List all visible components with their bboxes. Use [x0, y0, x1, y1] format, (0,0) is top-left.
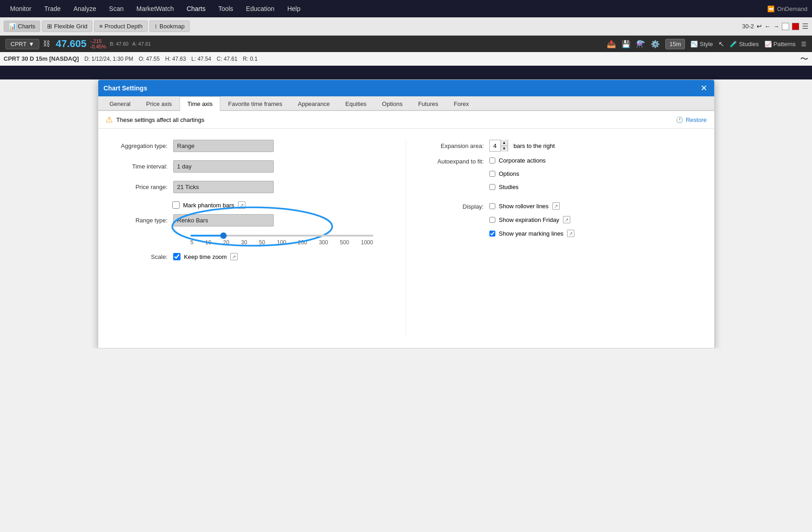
year-marking-label: Show year marking lines — [499, 230, 564, 237]
year-marking-info-icon[interactable]: ↗ — [567, 230, 574, 237]
range-type-row: Range type: Renko Bars — [113, 214, 387, 226]
nav-education[interactable]: Education — [240, 2, 280, 15]
depth-icon: ≡ — [99, 23, 103, 30]
flask-icon[interactable]: ⚗️ — [636, 40, 645, 48]
tab-options[interactable]: Options — [374, 96, 410, 111]
corporate-actions-checkbox[interactable] — [489, 158, 495, 163]
timeframe-selector[interactable]: 15m — [665, 39, 685, 49]
save-icon[interactable]: 💾 — [621, 40, 631, 48]
year-marking-checkbox[interactable] — [489, 231, 495, 237]
style-button[interactable]: 📉 Style — [690, 41, 713, 47]
aggregation-type-select[interactable]: Range — [173, 140, 274, 152]
color-box-white — [782, 23, 789, 30]
flexible-grid-button[interactable]: ⊞ Flexible Grid — [42, 21, 92, 32]
nav-marketwatch[interactable]: MarketWatch — [131, 2, 179, 15]
expansion-area-label: Expansion area: — [425, 142, 484, 149]
warning-icon: ⚠ — [106, 115, 113, 125]
studies-row: Studies — [489, 184, 546, 190]
chart-settings-modal: Chart Settings ✕ General Price axis Time… — [98, 79, 715, 348]
slider-thumb[interactable] — [220, 232, 227, 239]
chain-icon: ⛓ — [43, 40, 50, 48]
modal-content: Aggregation type: Range Time interval: 1… — [98, 129, 714, 348]
cursor-icon[interactable]: ↖ — [718, 40, 724, 48]
expansion-area-row: Expansion area: 4 ▲ ▼ bars to the right — [425, 140, 700, 152]
nav-trade[interactable]: Trade — [39, 2, 66, 15]
symbol-selector[interactable]: CPRT ▼ — [5, 39, 39, 49]
top-navigation: Monitor Trade Analyze Scan MarketWatch C… — [0, 0, 812, 17]
scale-row: Scale: Keep time zoom ↗ — [113, 253, 387, 260]
tab-equities[interactable]: Equities — [338, 96, 374, 111]
time-interval-label: Time interval: — [113, 163, 168, 170]
nav-monitor[interactable]: Monitor — [5, 2, 37, 15]
slider-track — [191, 235, 373, 237]
corporate-actions-row: Corporate actions — [489, 157, 546, 164]
nav-help[interactable]: Help — [282, 2, 306, 15]
mark-phantom-label: Mark phantom bars — [183, 202, 234, 209]
product-depth-button[interactable]: ≡ Product Depth — [94, 21, 148, 32]
nav-charts[interactable]: Charts — [181, 2, 211, 15]
tab-futures[interactable]: Futures — [410, 96, 446, 111]
tab-general[interactable]: General — [102, 96, 138, 111]
range-type-label: Range type: — [113, 217, 168, 224]
draw-tool-icon[interactable]: 〜 — [800, 53, 808, 64]
modal-title: Chart Settings — [104, 84, 148, 92]
patterns-button[interactable]: 📈 Patterns — [764, 41, 796, 47]
price-range-select[interactable]: 21 Ticks — [173, 181, 274, 193]
tab-appearance[interactable]: Appearance — [290, 96, 338, 111]
modal-close-button[interactable]: ✕ — [700, 83, 709, 93]
nav-analyze[interactable]: Analyze — [68, 2, 102, 15]
expiration-friday-checkbox[interactable] — [489, 217, 495, 223]
rollover-lines-checkbox[interactable] — [489, 203, 495, 209]
expansion-spinbox: 4 ▲ ▼ — [489, 140, 508, 152]
studies-button[interactable]: 🧪 Studies — [730, 41, 759, 47]
aggregation-type-label: Aggregation type: — [113, 142, 168, 149]
nav-tools[interactable]: Tools — [213, 2, 239, 15]
tab-price-axis[interactable]: Price axis — [138, 96, 180, 111]
bookmap-icon: ⫶ — [154, 23, 158, 30]
corporate-actions-label: Corporate actions — [499, 157, 546, 164]
main-toolbar: 📊 Charts ⊞ Flexible Grid ≡ Product Depth… — [0, 17, 812, 36]
restore-button[interactable]: 🕐 Restore — [676, 116, 707, 123]
modal-header: Chart Settings ✕ — [98, 80, 714, 96]
options-label: Options — [499, 170, 520, 177]
studies-checkbox[interactable] — [489, 184, 495, 190]
charts-icon: 📊 — [9, 23, 16, 30]
menu-icon[interactable]: ☰ — [802, 22, 808, 31]
mark-phantom-checkbox[interactable] — [172, 201, 180, 209]
display-label: Display: — [425, 202, 484, 210]
nav-scan[interactable]: Scan — [104, 2, 129, 15]
year-marking-row: Show year marking lines ↗ — [489, 230, 575, 237]
phantom-bars-row: Mark phantom bars ↗ — [172, 201, 387, 209]
charts-button[interactable]: 📊 Charts — [4, 21, 40, 32]
studies-label: Studies — [499, 184, 519, 190]
options-checkbox[interactable] — [489, 171, 495, 177]
forward-icon[interactable]: → — [773, 23, 779, 30]
modal-tabs: General Price axis Time axis Favorite ti… — [98, 96, 714, 111]
slider-fill — [191, 235, 223, 237]
keep-time-zoom-info-icon[interactable]: ↗ — [230, 253, 238, 260]
tab-forex[interactable]: Forex — [446, 96, 477, 111]
ondemand-button[interactable]: ⏪ OnDemand — [767, 5, 807, 12]
time-interval-select[interactable]: 1 day — [173, 160, 274, 173]
tab-favorite-time-frames[interactable]: Favorite time frames — [220, 96, 290, 111]
spinbox-up-button[interactable]: ▲ — [501, 140, 508, 146]
display-section: Display: Show rollover lines ↗ Show expi… — [425, 202, 700, 243]
phantom-info-icon[interactable]: ↗ — [238, 201, 245, 209]
back-icon[interactable]: ← — [764, 23, 770, 30]
right-column: Expansion area: 4 ▲ ▼ bars to the right … — [406, 140, 700, 337]
range-type-select[interactable]: Renko Bars — [173, 214, 274, 226]
expiration-friday-label: Show expiration Friday — [499, 216, 559, 223]
symbol-info-bar: CPRT 30 D 15m [NASDAQ] D: 1/12/24, 1:30 … — [0, 52, 812, 66]
bookmap-button[interactable]: ⫶ Bookmap — [149, 21, 190, 32]
expiration-friday-info-icon[interactable]: ↗ — [563, 216, 570, 223]
rollover-lines-info-icon[interactable]: ↗ — [552, 202, 560, 210]
menu2-icon[interactable]: ☰ — [801, 41, 807, 47]
tab-time-axis[interactable]: Time axis — [180, 96, 220, 111]
spinbox-down-button[interactable]: ▼ — [501, 146, 508, 152]
undo-icon[interactable]: ↩ — [757, 23, 762, 30]
share-icon[interactable]: 📤 — [607, 40, 616, 48]
chart-area — [0, 66, 812, 79]
options-row: Options — [489, 170, 546, 177]
settings-icon[interactable]: ⚙️ — [651, 40, 660, 48]
keep-time-zoom-checkbox[interactable] — [173, 253, 180, 260]
